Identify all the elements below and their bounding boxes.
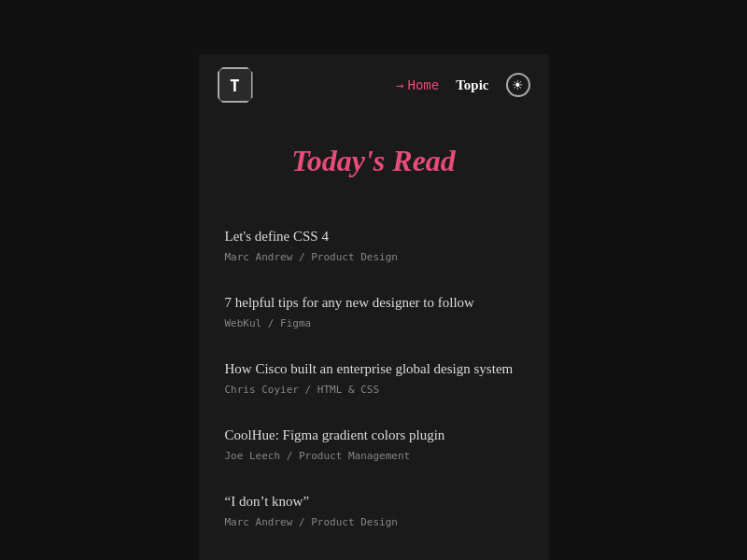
article-title: Let's define CSS 4 [225,227,523,246]
home-label: Home [407,77,439,92]
article-item[interactable]: Let's define CSS 4Marc Andrew / Product … [225,212,523,278]
nav: → Home Topic ☀ [396,73,529,97]
article-title: How Cisco built an enterprise global des… [225,359,523,379]
theme-toggle-button[interactable]: ☀ [506,73,530,97]
page-title: Today's Read [225,144,523,178]
sun-icon: ☀ [512,77,524,93]
article-list: Let's define CSS 4Marc Andrew / Product … [225,212,523,543]
article-meta: WebKul / Figma [225,317,523,329]
article-item[interactable]: 7 helpful tips for any new designer to f… [225,278,523,344]
home-link[interactable]: → Home [396,77,439,92]
home-arrow: → [396,77,403,92]
article-item[interactable]: CoolHue: Figma gradient colors pluginJoe… [225,411,523,477]
topic-label[interactable]: Topic [456,77,488,93]
article-meta: Marc Andrew / Product Design [225,516,523,528]
main-content: Today's Read Let's define CSS 4Marc Andr… [199,116,549,560]
article-meta: Chris Coyier / HTML & CSS [225,384,523,396]
logo-letter: T [230,76,240,95]
article-title: CoolHue: Figma gradient colors plugin [225,426,523,445]
article-item[interactable]: How Cisco built an enterprise global des… [225,344,523,411]
article-item[interactable]: “I don’t know”Marc Andrew / Product Desi… [225,477,523,543]
article-title: “I don’t know” [225,492,523,511]
article-meta: Joe Leech / Product Management [225,450,523,462]
header: T → Home Topic ☀ [199,54,549,116]
article-title: 7 helpful tips for any new designer to f… [225,293,523,313]
logo: T [218,67,253,103]
article-meta: Marc Andrew / Product Design [225,251,523,263]
app-window: T → Home Topic ☀ Today's Read Let's defi… [199,54,549,560]
